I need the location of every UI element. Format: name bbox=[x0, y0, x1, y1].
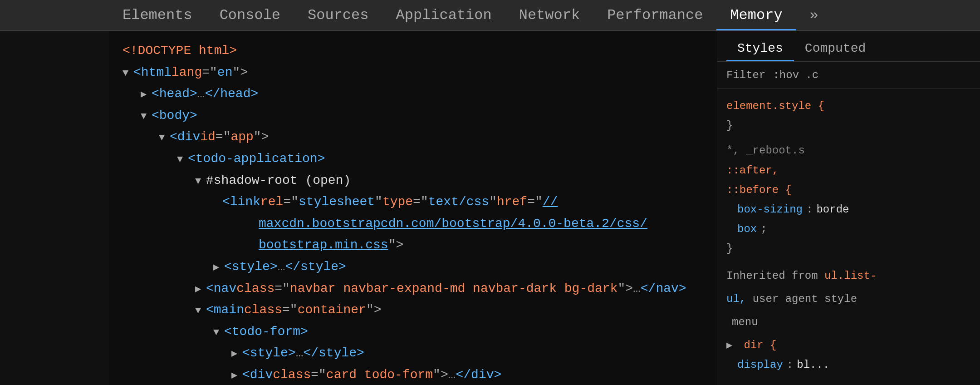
tab-sources[interactable]: Sources bbox=[294, 1, 382, 30]
element-style-rule: element.style { } bbox=[726, 96, 971, 135]
expand-shadow-icon[interactable] bbox=[195, 173, 204, 190]
tab-memory[interactable]: Memory bbox=[716, 1, 796, 30]
dom-line-style1[interactable]: <style> … </style> bbox=[122, 256, 703, 278]
styles-content: element.style { } *, _reboot.s ::after, … bbox=[717, 89, 980, 385]
tab-elements[interactable]: Elements bbox=[109, 1, 206, 30]
dom-line-div-app[interactable]: <div id =" app "> bbox=[122, 126, 703, 148]
dom-line-nav[interactable]: <nav class =" navbar navbar-expand-md na… bbox=[122, 278, 703, 300]
expand-head-icon[interactable] bbox=[141, 86, 150, 103]
tab-console[interactable]: Console bbox=[206, 1, 294, 30]
dom-line-shadow[interactable]: #shadow-root (open) bbox=[122, 170, 703, 192]
dom-line-main[interactable]: <main class =" container "> bbox=[122, 299, 703, 321]
dom-line-doctype: <!DOCTYPE html> bbox=[122, 40, 703, 62]
tab-network[interactable]: Network bbox=[505, 1, 593, 30]
expand-body-icon[interactable] bbox=[141, 108, 150, 125]
tab-more[interactable]: » bbox=[796, 1, 832, 30]
tab-bar: Elements Console Sources Application Net… bbox=[0, 0, 980, 31]
filter-label: Filter bbox=[726, 69, 765, 81]
dom-line-link3: bootstrap.min.css "> bbox=[122, 234, 703, 256]
inherited-header: Inherited from ul.list- bbox=[726, 266, 971, 286]
tab-styles[interactable]: Styles bbox=[726, 37, 794, 61]
styles-panel: Styles Computed Filter :hov .c element.s… bbox=[717, 31, 980, 385]
inherited-menu: menu bbox=[726, 312, 971, 332]
tab-performance[interactable]: Performance bbox=[593, 1, 716, 30]
dom-line-todo-form[interactable]: <todo-form> bbox=[122, 321, 703, 343]
inherited-detail: ul, user agent style bbox=[726, 289, 971, 309]
tab-application[interactable]: Application bbox=[382, 1, 505, 30]
dom-line-body[interactable]: <body> bbox=[122, 105, 703, 127]
expand-main-icon[interactable] bbox=[195, 302, 204, 319]
dom-line-link: <link rel =" stylesheet " type =" text/c… bbox=[122, 191, 703, 213]
dom-line-div-card[interactable]: <div class =" card todo-form "> … </div> bbox=[122, 364, 703, 385]
dom-panel[interactable]: <!DOCTYPE html> <html lang =" en "> <hea… bbox=[109, 31, 717, 385]
left-sidebar bbox=[0, 31, 109, 385]
expand-html-icon[interactable] bbox=[122, 65, 132, 82]
reboot-rule: *, _reboot.s ::after, ::before { box-siz… bbox=[726, 141, 971, 258]
dom-line-link2: maxcdn.bootstrapcdn.com/bootstrap/4.0.0-… bbox=[122, 213, 703, 235]
expand-style2-icon[interactable] bbox=[231, 346, 240, 362]
expand-todo-app-icon[interactable] bbox=[177, 151, 186, 168]
expand-div-app-icon[interactable] bbox=[159, 129, 168, 146]
tab-computed[interactable]: Computed bbox=[794, 37, 877, 61]
expand-div-card-icon[interactable] bbox=[231, 367, 240, 384]
expand-nav-icon[interactable] bbox=[195, 281, 204, 298]
expand-style1-icon[interactable] bbox=[213, 259, 222, 276]
display-prop: display : bl... bbox=[726, 355, 971, 375]
styles-filter-bar[interactable]: Filter :hov .c bbox=[717, 62, 980, 89]
dom-line-html[interactable]: <html lang =" en "> bbox=[122, 62, 703, 84]
expand-dir-icon[interactable] bbox=[726, 337, 735, 355]
styles-tab-bar: Styles Computed bbox=[717, 31, 980, 62]
dir-rule: dir { bbox=[726, 336, 971, 355]
dom-line-style2[interactable]: <style> … </style> bbox=[122, 342, 703, 364]
dom-line-head[interactable]: <head> … </head> bbox=[122, 83, 703, 105]
main-area: <!DOCTYPE html> <html lang =" en "> <hea… bbox=[0, 31, 980, 385]
dom-line-todo-app[interactable]: <todo-application> bbox=[122, 148, 703, 170]
expand-todo-form-icon[interactable] bbox=[213, 324, 222, 341]
filter-hint[interactable]: :hov .c bbox=[773, 69, 818, 81]
